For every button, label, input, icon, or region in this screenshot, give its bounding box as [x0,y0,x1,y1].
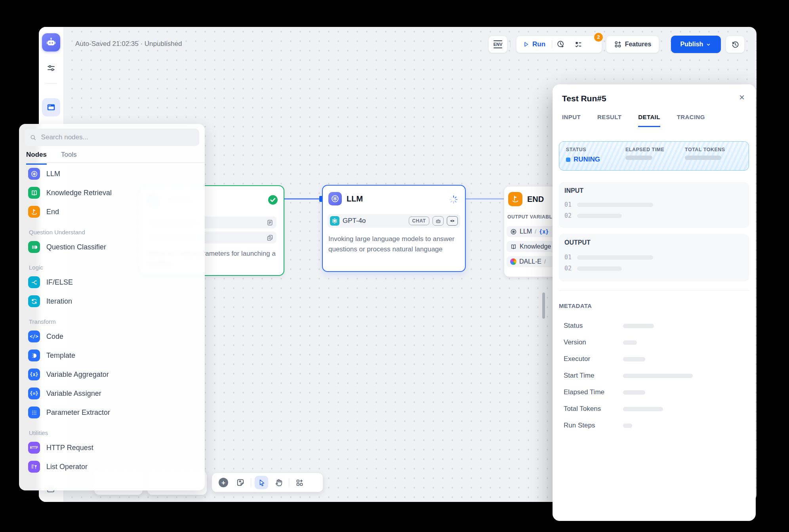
tab-input[interactable]: INPUT [562,114,581,127]
elapsed-skeleton [625,156,652,160]
node-item-knowledge-retrieval[interactable]: Knowledge Retrieval [25,183,199,202]
add-node-button[interactable]: + [217,476,230,489]
node-item-template[interactable]: Template [25,346,199,365]
note-add-icon [236,478,245,487]
node-search-panel: Nodes Tools LLM Knowledge Retrieval [19,124,205,490]
checklist-button[interactable] [570,36,587,53]
organize-tool[interactable] [293,476,306,489]
checklist-icon [574,40,583,49]
clock-play-icon [556,40,565,49]
input-line-skeleton [577,203,653,207]
input-line-skeleton [577,214,622,218]
checklist-badge: 2 [594,32,603,42]
node-item-llm[interactable]: LLM [25,164,199,183]
robot-icon[interactable] [42,33,60,51]
llm-node-title: LLM [347,194,363,203]
elapsed-time-label: ELAPSED TIME [625,147,664,152]
node-list: LLM Knowledge Retrieval End Question Und… [25,164,199,476]
doc-icon [267,219,273,226]
llm-model-name: GPT-4o [343,217,406,225]
template-icon [28,350,40,361]
node-item-variable-assigner[interactable]: {=} Variable Assigner [25,384,199,403]
section-transform: Transform [25,316,199,327]
meta-label: Start Time [564,372,623,380]
dots-icon [28,407,40,418]
chevron-down-icon [705,42,711,48]
flag-icon [28,206,40,218]
meta-label: Total Tokens [564,405,623,413]
metadata-title: METADATA [559,302,592,309]
section-logic: Logic [25,262,199,273]
env-icon: ENV [494,40,503,49]
node-item-if-else[interactable]: IF/ELSE [25,273,199,292]
search-input[interactable] [40,133,194,142]
meta-label: Status [564,322,623,330]
node-item-question-classifier[interactable]: Question Classifier [25,238,199,256]
sliders-icon[interactable] [46,63,56,73]
tab-detail[interactable]: DETAIL [638,114,660,127]
llm-model-selector[interactable]: GPT-4o CHAT [328,214,460,228]
check-icon [268,195,278,205]
flag-icon [508,192,522,206]
test-run-tabs: INPUT RESULT DETAIL TRACING [562,114,705,127]
canvas-toolbar: + [212,473,323,492]
features-button[interactable]: Features [606,36,659,53]
test-run-title: Test Run#5 [562,94,606,103]
pointer-icon [257,479,266,487]
ifelse-icon [28,276,40,288]
tab-tracing[interactable]: TRACING [677,114,705,127]
openai-icon [330,216,339,226]
features-icon [614,40,622,48]
meta-skeleton [623,374,693,378]
close-icon[interactable]: × [736,91,748,103]
robot-badge-icon [433,216,444,226]
section-utilities: Utilities [25,427,199,438]
llm-icon [510,228,517,235]
node-item-iteration[interactable]: Iteration [25,292,199,311]
iteration-icon [28,295,40,307]
pan-tool[interactable] [272,476,285,489]
select-tool[interactable] [255,476,268,489]
output-variables-label: OUTPUT VARIABLES [507,214,559,220]
node-item-http-request[interactable]: HTTP HTTP Request [25,438,199,457]
window-icon[interactable] [42,98,60,116]
canvas-scrollbar[interactable] [542,293,545,319]
classifier-icon [28,241,40,253]
input-title: INPUT [564,187,583,194]
meta-label: Executor [564,355,623,363]
http-icon: HTTP [28,442,40,454]
status-label: STATUS [566,147,600,152]
output-card: OUTPUT 01 02 [559,234,749,281]
run-button[interactable]: Run [516,36,552,53]
history-button[interactable] [726,36,745,53]
publish-button[interactable]: Publish [671,36,721,53]
copy-icon [267,234,273,241]
env-button[interactable]: ENV [488,36,507,53]
meta-skeleton [623,340,637,345]
tab-result[interactable]: RESULT [597,114,621,127]
history-icon [731,40,739,49]
run-button-group: Run [516,36,602,53]
edge-start-to-llm [282,198,322,200]
node-item-parameter-extractor[interactable]: Parameter Extractor [25,403,199,422]
status-value: RUNING [574,156,600,163]
node-item-variable-aggregator[interactable]: {x} Variable Aggregator [25,365,199,384]
test-run-panel: Test Run#5 × INPUT RESULT DETAIL TRACING… [553,84,756,521]
node-item-end[interactable]: End [25,202,199,221]
output-line-skeleton [577,266,622,271]
node-item-list-operator[interactable]: List Operator [25,457,199,476]
meta-label: Run Steps [564,422,623,429]
meta-skeleton [623,324,654,328]
node-item-code[interactable]: </> Code [25,327,199,346]
llm-node-description: Invoking large language models to answer… [328,234,459,255]
book-icon [28,187,40,199]
schedule-run-button[interactable] [552,36,570,53]
autosave-status: Auto-Saved 21:02:35 · Unpublished [75,40,182,48]
play-icon [523,41,529,48]
llm-node[interactable]: LLM GPT-4o CHAT [322,185,466,272]
meta-skeleton [623,390,645,395]
node-search-box[interactable] [25,129,199,146]
plus-icon: + [219,478,228,487]
variable-aggregator-icon: {x} [28,369,40,380]
add-note-button[interactable] [234,476,247,489]
